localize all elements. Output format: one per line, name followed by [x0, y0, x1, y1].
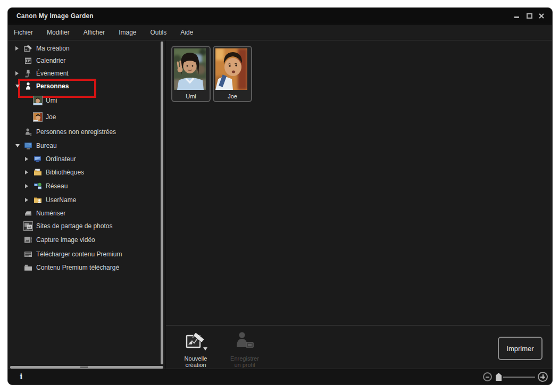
new-creation-label-line2: création	[179, 362, 213, 368]
arrow-spacer	[15, 252, 24, 257]
menu-fichier[interactable]: Fichier	[14, 29, 33, 36]
sidebar-item-umi[interactable]: Umi	[8, 94, 159, 107]
expand-arrow-right-icon[interactable]	[25, 184, 34, 189]
menu-outils[interactable]: Outils	[151, 29, 167, 36]
sidebar-item-capture-video[interactable]: Capture image vidéo	[8, 234, 159, 246]
status-bar: i	[8, 369, 552, 385]
sidebar-item-telecharger-premium[interactable]: Télécharger contenu Premium	[8, 248, 159, 260]
maximize-icon[interactable]	[526, 13, 532, 19]
network-icon	[34, 182, 42, 190]
premium-download-icon	[24, 250, 32, 258]
menu-aide[interactable]: Aide	[180, 29, 193, 36]
expand-arrow-right-icon[interactable]	[25, 156, 34, 162]
libraries-folder-icon	[34, 168, 42, 177]
new-creation-label-line1: Nouvelle	[179, 355, 213, 362]
user-folder-icon	[34, 196, 42, 204]
sidebar-item-personnes[interactable]: Personnes	[8, 80, 159, 92]
sidebar-item-joe[interactable]: Joe	[8, 111, 159, 123]
expand-arrow-right-icon[interactable]	[15, 71, 24, 76]
menu-afficher[interactable]: Afficher	[84, 29, 105, 36]
expand-arrow-right-icon[interactable]	[25, 197, 34, 203]
collapse-arrow-down-icon[interactable]	[15, 143, 24, 148]
arrow-spacer	[25, 114, 34, 120]
sidebar-vertical-scrollbar[interactable]	[161, 41, 163, 364]
menu-modifier[interactable]: Modifier	[47, 29, 70, 36]
sidebar-item-username[interactable]: UserName	[8, 194, 159, 206]
creation-icon	[24, 44, 32, 53]
new-creation-button[interactable]: Nouvelle création	[179, 331, 213, 368]
register-profile-button[interactable]: Enregistrer un profil	[228, 331, 262, 368]
zoom-slider-thumb[interactable]	[496, 373, 502, 381]
arrow-spacer	[15, 129, 24, 135]
photo-sharing-icon	[24, 222, 32, 230]
sidebar-item-bureau[interactable]: Bureau	[8, 140, 159, 152]
thumbnail-zoom-control	[483, 369, 548, 385]
unregistered-person-icon	[24, 128, 32, 136]
sidebar-item-numeriser[interactable]: Numériser	[8, 207, 159, 219]
arrow-spacer	[15, 265, 24, 270]
calendar-icon	[24, 56, 32, 65]
arrow-spacer	[15, 237, 24, 243]
expand-arrow-right-icon[interactable]	[25, 170, 34, 175]
person-tile-joe[interactable]: Joe	[213, 46, 252, 102]
window-controls	[514, 13, 545, 19]
new-creation-icon	[185, 344, 206, 353]
sidebar-item-calendrier[interactable]: Calendrier	[8, 55, 159, 66]
close-icon[interactable]	[538, 13, 545, 19]
sidebar-item-evenement[interactable]: Événement	[8, 68, 159, 79]
register-profile-icon	[234, 344, 255, 353]
person-tile-umi[interactable]: Umi	[171, 46, 211, 102]
window-body: Ma création Calendrier Événement Personn…	[8, 40, 552, 369]
person-icon	[24, 82, 32, 90]
window-title: Canon My Image Garden	[16, 12, 94, 20]
person-photo	[174, 48, 206, 90]
sidebar-item-ma-creation[interactable]: Ma création	[8, 43, 159, 54]
photo-umi-icon	[34, 96, 42, 105]
collapse-arrow-down-icon[interactable]	[15, 84, 24, 89]
zoom-out-icon[interactable]	[483, 372, 492, 381]
arrow-spacer	[15, 211, 24, 216]
register-profile-label-line1: Enregistrer	[228, 355, 262, 362]
info-icon: i	[20, 372, 23, 381]
sidebar-tree: Ma création Calendrier Événement Personn…	[8, 40, 164, 369]
menu-bar: FichierModifierAfficherImageOutilsAide	[8, 24, 552, 40]
sidebar-item-ordinateur[interactable]: Ordinateur	[8, 153, 159, 165]
sidebar-item-sites-partage[interactable]: Sites de partage de photos	[8, 220, 159, 232]
expand-arrow-right-icon[interactable]	[15, 46, 24, 51]
video-capture-icon	[24, 236, 32, 244]
event-pin-icon	[24, 69, 32, 78]
person-name-label: Joe	[214, 93, 251, 99]
person-photo	[215, 48, 247, 90]
zoom-in-icon[interactable]	[538, 372, 548, 382]
computer-icon	[34, 155, 42, 163]
desktop-icon	[24, 141, 32, 150]
title-bar: Canon My Image Garden	[8, 8, 552, 24]
register-profile-label-line2: un profil	[228, 362, 262, 368]
photo-joe-icon	[34, 113, 42, 121]
arrow-spacer	[25, 98, 34, 103]
person-name-label: Umi	[172, 93, 210, 99]
minimize-icon[interactable]	[514, 13, 520, 19]
zoom-slider-track[interactable]	[503, 377, 535, 378]
sidebar-item-contenu-premium[interactable]: Contenu Premium téléchargé	[8, 262, 159, 273]
arrow-spacer	[15, 223, 24, 229]
action-bar-divider	[166, 325, 550, 326]
menu-image[interactable]: Image	[119, 29, 136, 36]
sidebar-item-personnes-non-enregistrees[interactable]: Personnes non enregistrées	[8, 126, 159, 138]
arrow-spacer	[15, 58, 24, 63]
new-creation-dropdown-arrow-icon[interactable]	[203, 347, 207, 351]
premium-folder-icon	[24, 263, 32, 272]
sidebar-item-reseau[interactable]: Réseau	[8, 180, 159, 192]
sidebar-item-bibliotheques[interactable]: Bibliothèques	[8, 166, 159, 178]
print-button[interactable]: Imprimer	[498, 337, 543, 360]
main-content: Umi Joe Nouvelle création	[165, 40, 550, 369]
app-window: Canon My Image Garden FichierModifierAff…	[7, 7, 553, 385]
scanner-icon	[24, 209, 32, 218]
